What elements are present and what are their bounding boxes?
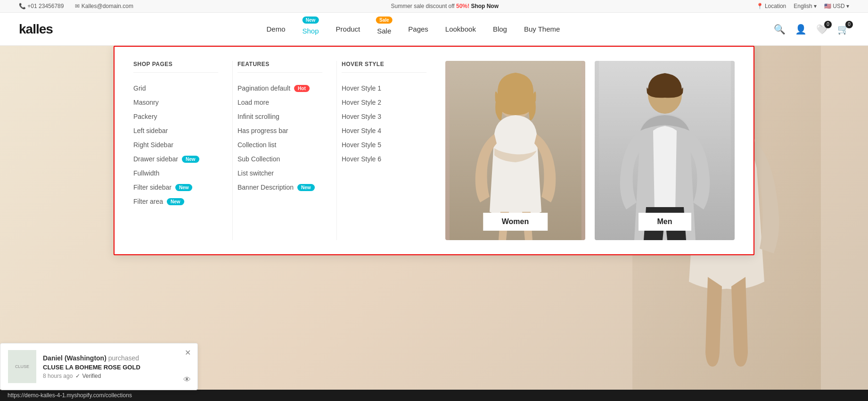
menu-item-hover3[interactable]: Hover Style 3: [342, 109, 426, 124]
menu-item-collection-list[interactable]: Collection list: [237, 138, 322, 152]
menu-item-infinit-scroll[interactable]: Infinit scrolling: [237, 109, 322, 124]
filter-sidebar-badge: New: [175, 184, 193, 191]
menu-item-hover5[interactable]: Hover Style 5: [342, 138, 426, 152]
nav-demo[interactable]: Demo: [266, 25, 285, 33]
nav-blog[interactable]: Blog: [493, 25, 507, 33]
menu-item-pagination[interactable]: Pagination default Hot: [237, 81, 322, 95]
features-title: FEATURES: [237, 61, 322, 73]
filter-area-badge: New: [167, 198, 184, 205]
shop-now-link[interactable]: Shop Now: [471, 3, 499, 9]
pagination-badge: Hot: [294, 85, 310, 92]
features-col: FEATURES Pagination default Hot Load mor…: [237, 61, 332, 240]
logo[interactable]: kalles: [19, 22, 53, 37]
top-bar-center: Summer sale discount off 50%! Shop Now: [133, 3, 756, 9]
header-icons: 🔍 👤 🤍 0 🛒 0: [774, 24, 849, 35]
notification-popup: CLUSE Daniel (Washington) purchased CLUS…: [0, 343, 198, 390]
header: kalles Demo New Shop Product Sale Sale P…: [0, 13, 868, 46]
mega-menu: SHOP PAGES Grid Masonry Packery Left sid…: [114, 46, 754, 255]
hover-style-title: HOVER STYLE: [342, 61, 426, 73]
main-nav: Demo New Shop Product Sale Sale Pages Lo…: [266, 23, 560, 35]
main-content: SHOP PAGES Grid Masonry Packery Left sid…: [0, 46, 868, 401]
nav-sale[interactable]: Sale Sale: [377, 23, 391, 35]
nav-buy-theme[interactable]: Buy Theme: [524, 25, 560, 33]
account-button[interactable]: 👤: [795, 24, 807, 35]
menu-item-left-sidebar[interactable]: Left sidebar: [133, 124, 218, 138]
notification-product: CLUSE LA BOHEME ROSE GOLD: [43, 364, 190, 371]
verified-badge: ✓ Verified: [75, 373, 101, 379]
men-label: Men: [639, 213, 691, 231]
menu-item-drawer-sidebar[interactable]: Drawer sidebar New: [133, 152, 218, 166]
top-bar-left: 📞 +01 23456789 ✉ Kalles@domain.com: [19, 3, 133, 9]
nav-product[interactable]: Product: [336, 25, 360, 33]
menu-item-load-more[interactable]: Load more: [237, 95, 322, 109]
menu-item-list-switcher[interactable]: List switcher: [237, 166, 322, 180]
nav-shop[interactable]: New Shop: [303, 23, 319, 35]
menu-item-hover6[interactable]: Hover Style 6: [342, 152, 426, 166]
menu-item-progress-bar[interactable]: Has progress bar: [237, 124, 322, 138]
divider-1: [232, 61, 233, 240]
menu-item-fullwidth[interactable]: Fullwidth: [133, 166, 218, 180]
wishlist-count: 0: [824, 21, 832, 28]
email: ✉ Kalles@domain.com: [75, 3, 133, 9]
menu-item-filter-area[interactable]: Filter area New: [133, 194, 218, 209]
nav-lookbook[interactable]: Lookbook: [445, 25, 476, 33]
menu-item-hover2[interactable]: Hover Style 2: [342, 95, 426, 109]
menu-item-right-sidebar[interactable]: Right Sidebar: [133, 138, 218, 152]
cart-count: 0: [845, 21, 853, 28]
search-button[interactable]: 🔍: [774, 24, 786, 35]
divider-2: [336, 61, 337, 240]
phone: 📞 +01 23456789: [19, 3, 64, 9]
cart-button[interactable]: 🛒 0: [837, 24, 849, 35]
location-link[interactable]: 📍 Location: [756, 3, 786, 9]
notification-close[interactable]: ✕: [185, 348, 191, 357]
wishlist-button[interactable]: 🤍 0: [816, 24, 828, 35]
menu-image-cards: Women: [445, 61, 735, 240]
sale-badge: Sale: [376, 17, 393, 24]
menu-item-masonry[interactable]: Masonry: [133, 95, 218, 109]
notification-meta: 8 hours ago ✓ Verified: [43, 373, 190, 379]
nav-pages[interactable]: Pages: [408, 25, 428, 33]
sale-highlight: 50%!: [456, 3, 469, 9]
top-bar: 📞 +01 23456789 ✉ Kalles@domain.com Summe…: [0, 0, 868, 13]
notification-view[interactable]: 👁: [183, 376, 191, 384]
menu-item-grid[interactable]: Grid: [133, 81, 218, 95]
currency-selector[interactable]: 🇺🇸 USD ▾: [824, 3, 849, 9]
women-label: Women: [483, 213, 548, 231]
status-bar: https://demo-kalles-4-1.myshopify.com/co…: [0, 390, 868, 401]
notification-product-image: CLUSE: [8, 350, 36, 383]
menu-item-sub-collection[interactable]: Sub Collection: [237, 152, 322, 166]
new-badge: New: [303, 17, 319, 24]
menu-item-banner-description[interactable]: Banner Description New: [237, 180, 322, 194]
notification-name: Daniel (Washington) purchased: [43, 354, 190, 362]
top-bar-right: 📍 Location English ▾ 🇺🇸 USD ▾: [756, 3, 849, 9]
hover-style-col: HOVER STYLE Hover Style 1 Hover Style 2 …: [342, 61, 436, 240]
drawer-sidebar-badge: New: [182, 156, 199, 163]
menu-item-packery[interactable]: Packery: [133, 109, 218, 124]
svg-text:CLUSE: CLUSE: [15, 364, 29, 369]
menu-item-hover1[interactable]: Hover Style 1: [342, 81, 426, 95]
menu-item-hover4[interactable]: Hover Style 4: [342, 124, 426, 138]
menu-item-filter-sidebar[interactable]: Filter sidebar New: [133, 180, 218, 194]
shop-pages-title: SHOP PAGES: [133, 61, 218, 73]
women-card[interactable]: Women: [445, 61, 585, 240]
men-card[interactable]: Men: [595, 61, 735, 240]
shop-pages-col: SHOP PAGES Grid Masonry Packery Left sid…: [133, 61, 228, 240]
banner-desc-badge: New: [297, 184, 315, 191]
notification-text: Daniel (Washington) purchased CLUSE LA B…: [43, 354, 190, 379]
language-selector[interactable]: English ▾: [794, 3, 817, 9]
